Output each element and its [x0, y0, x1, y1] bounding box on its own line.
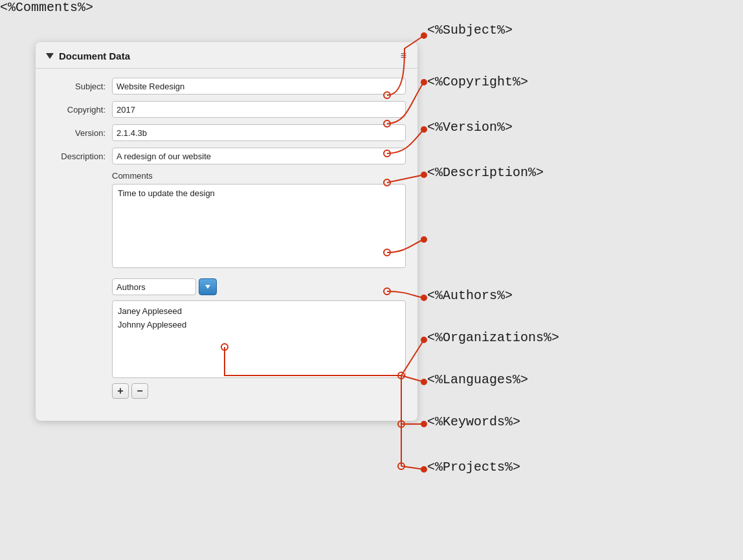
category-select[interactable]: Authors Organizations Languages Keywords…: [112, 278, 196, 295]
list-controls: + −: [112, 383, 406, 399]
remove-button[interactable]: −: [131, 383, 148, 399]
subject-input[interactable]: [112, 78, 406, 95]
dropdown-chevron-icon: [205, 285, 210, 289]
list-item: Johnny Appleseed: [118, 319, 400, 332]
svg-point-19: [421, 466, 427, 473]
comments-textarea[interactable]: Time to update the design: [112, 184, 406, 268]
annotation-projects: <%Projects%>: [427, 460, 520, 475]
annotation-organizations: <%Organizations%>: [427, 330, 559, 345]
annotation-keywords: <%Keywords%>: [427, 414, 520, 429]
svg-point-17: [421, 421, 427, 427]
authors-list: Janey Appleseed Johnny Appleseed: [112, 300, 406, 378]
annotation-authors: <%Authors%>: [427, 288, 513, 303]
version-label: Version:: [47, 128, 105, 138]
svg-point-13: [421, 337, 427, 343]
annotation-description: <%Description%>: [427, 165, 544, 180]
svg-point-7: [421, 172, 427, 178]
annotation-comments: <%Comments%>: [0, 0, 93, 15]
copyright-input[interactable]: [112, 101, 406, 118]
description-input[interactable]: [112, 148, 406, 164]
subject-label: Subject:: [47, 82, 105, 91]
annotation-version: <%Version%>: [427, 120, 513, 135]
document-data-panel: Document Data ≡ Subject: Copyright: Vers…: [36, 42, 417, 421]
svg-point-1: [421, 32, 427, 39]
copyright-label: Copyright:: [47, 105, 105, 115]
annotation-languages: <%Languages%>: [427, 372, 528, 387]
collapse-icon[interactable]: [46, 53, 54, 59]
version-row: Version:: [47, 124, 406, 141]
copyright-row: Copyright:: [47, 101, 406, 118]
version-input[interactable]: [112, 124, 406, 141]
svg-point-16: [398, 421, 405, 427]
panel-title: Document Data: [59, 50, 401, 62]
annotation-copyright: <%Copyright%>: [427, 74, 528, 89]
description-label: Description:: [47, 151, 105, 161]
panel-header: Document Data ≡: [36, 42, 417, 69]
svg-point-11: [421, 295, 427, 301]
svg-point-18: [398, 463, 405, 469]
svg-point-9: [421, 236, 427, 243]
panel-body: Subject: Copyright: Version: Description…: [36, 69, 417, 408]
comments-label: Comments: [112, 171, 406, 181]
svg-point-5: [421, 126, 427, 133]
subject-row: Subject:: [47, 78, 406, 95]
list-item: Janey Appleseed: [118, 305, 400, 319]
annotation-subject: <%Subject%>: [427, 23, 513, 38]
add-button[interactable]: +: [112, 383, 129, 399]
menu-icon[interactable]: ≡: [401, 50, 407, 62]
dropdown-arrow-button[interactable]: [199, 278, 217, 295]
description-row: Description:: [47, 148, 406, 164]
svg-point-15: [421, 379, 427, 385]
dropdown-row: Authors Organizations Languages Keywords…: [112, 278, 406, 295]
comments-area: Time to update the design: [112, 184, 406, 271]
svg-point-3: [421, 79, 427, 85]
